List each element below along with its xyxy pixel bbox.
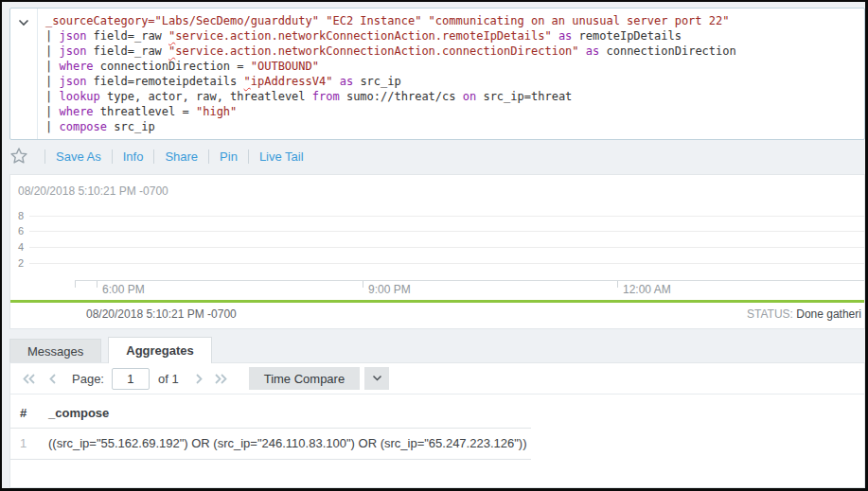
toolbar-separator [112,149,113,164]
query-token: remoteIpDetails [572,29,682,43]
x-axis-tick-label: 12:00 AM [623,283,671,296]
pagination-toolbar: Page: of 1 Time Compare [10,363,864,395]
table-header-row: # _compose [10,400,531,429]
gridline [29,216,864,217]
time-compare-dropdown-button[interactable] [364,367,389,390]
query-token: connectionDirection = [94,60,251,73]
x-axis-tick-label: 6:00 PM [102,283,145,296]
chevron-down-icon [372,375,382,382]
toolbar-separator [153,149,154,164]
query-token: src_ip [353,75,401,88]
query-token: where [59,105,93,118]
chevron-left-icon [48,373,57,385]
query-token: | [45,60,59,73]
toolbar-link-pin[interactable]: Pin [220,149,238,164]
time-compare-button[interactable]: Time Compare [249,367,360,390]
gridline [29,247,864,248]
aggregates-panel: Page: of 1 Time Compare [9,362,865,488]
query-token: sumo://threat/cs [340,90,463,103]
query-token: json [59,44,86,58]
query-token: compose [59,120,107,133]
toolbar-link-save-as[interactable]: Save As [56,149,101,164]
first-page-button[interactable] [22,373,36,385]
query-token: connectionDirection [599,44,736,58]
toolbar-link-live-tail[interactable]: Live Tail [259,149,304,164]
query-editor[interactable]: _sourceCategory="Labs/SecDemo/guardduty"… [9,8,865,140]
results-start-timestamp: 08/20/2018 5:10:21 PM -0700 [86,307,237,321]
search-progress-bar [10,300,864,303]
chart-x-axis [75,280,864,281]
query-token: from [312,90,340,103]
query-token: | [45,44,59,58]
y-axis-tick-label: 8 [18,210,31,221]
chevrons-right-icon [214,373,228,385]
query-token [552,29,558,43]
query-token: field=_raw [86,44,168,58]
query-token: | [45,120,59,133]
next-page-button[interactable] [195,373,204,385]
query-token: as [586,44,599,58]
last-page-button[interactable] [214,373,228,385]
histogram-panel: 08/20/2018 5:10:21 PM -0700 86426:00 PM9… [9,174,865,329]
status-value: Done gatheri [796,307,861,321]
query-token: "OUTBOUND" [251,60,319,73]
x-axis-tick [97,280,97,288]
query-token: threatlevel = [94,105,196,118]
query-token: ipAddressV4" [251,75,333,88]
query-token: src_ip [107,120,155,133]
page-of-label: of 1 [158,372,179,386]
query-token [332,75,339,88]
x-axis-tick [363,280,363,288]
toolbar-link-info[interactable]: Info [123,149,144,164]
query-token: src_ip=threat [476,90,572,103]
chevrons-left-icon [22,373,36,385]
page-number-input[interactable] [112,368,150,390]
table-body: 1((src_ip="55.162.69.192") OR (src_ip="2… [10,429,531,460]
query-code[interactable]: _sourceCategory="Labs/SecDemo/guardduty"… [38,9,864,139]
query-token: on [463,90,476,103]
y-axis-tick-label: 2 [18,257,31,269]
gridline [29,231,864,232]
column-header-num: # [20,406,48,420]
search-toolbar: Save AsInfoSharePinLive Tail [2,138,865,174]
prev-page-button[interactable] [48,373,57,385]
status-label: STATUS: [747,307,793,321]
query-token: field=remoteipdetails [86,75,243,88]
results-tabbar: MessagesAggregates [9,337,212,363]
favorite-star-icon[interactable] [9,147,28,166]
chevron-down-icon[interactable] [17,16,30,29]
toolbar-links: Save AsInfoSharePinLive Tail [34,149,304,164]
tab-messages[interactable]: Messages [9,339,101,363]
toolbar-separator [208,149,209,164]
query-token: where [59,60,93,73]
gridline [29,263,864,264]
search-window: _sourceCategory="Labs/SecDemo/guardduty"… [0,0,868,491]
x-axis-tick-label: 9:00 PM [368,283,411,296]
query-token: as [340,75,353,88]
row-number: 1 [20,436,48,450]
page-label: Page: [72,372,104,386]
column-header-compose: _compose [48,406,531,420]
query-token: " [244,75,251,88]
query-collapse-gutter[interactable] [10,9,38,139]
query-token: | [45,105,59,118]
query-token [579,44,586,58]
query-token: json [59,75,86,88]
y-axis-tick-label: 6 [18,225,31,237]
query-token: | [45,29,59,43]
query-token: lookup [59,90,99,103]
x-axis-tick [75,280,76,288]
chevron-right-icon [195,373,204,385]
query-token: type, actor, raw, threatlevel [100,90,312,103]
toolbar-separator [248,149,249,164]
compose-value: ((src_ip="55.162.69.192") OR (src_ip="24… [48,436,531,450]
x-axis-tick [617,280,618,288]
query-token: "high" [196,105,237,118]
tab-aggregates[interactable]: Aggregates [108,337,212,363]
toolbar-link-share[interactable]: Share [165,149,198,164]
query-token: service.action.networkConnectionAction.r… [175,29,551,43]
query-token: field=_raw [86,29,168,43]
y-axis-tick-label: 4 [18,241,31,253]
table-row[interactable]: 1((src_ip="55.162.69.192") OR (src_ip="2… [10,429,531,460]
chart-start-timestamp: 08/20/2018 5:10:21 PM -0700 [18,184,168,198]
